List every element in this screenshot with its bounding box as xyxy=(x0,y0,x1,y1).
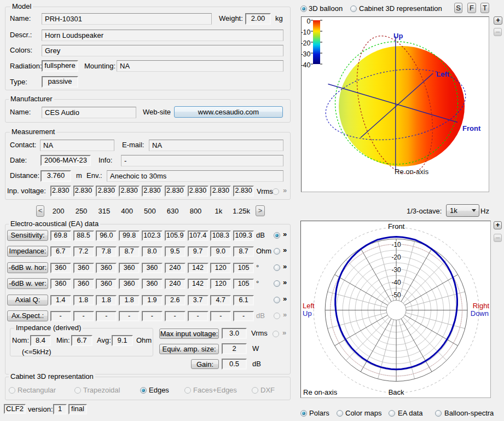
svg-text:Front: Front xyxy=(388,222,405,230)
svg-text:Down: Down xyxy=(471,309,489,318)
svg-text:-20: -20 xyxy=(302,39,311,47)
svg-text:Right: Right xyxy=(473,302,490,310)
svg-text:Re on-axis: Re on-axis xyxy=(303,388,338,396)
svg-text:Front: Front xyxy=(462,124,481,132)
svg-text:Up: Up xyxy=(393,32,403,40)
svg-text:-10: -10 xyxy=(302,28,311,36)
svg-text:-30: -30 xyxy=(302,50,311,58)
svg-text:-30: -30 xyxy=(391,266,401,274)
svg-text:0: 0 xyxy=(307,18,311,25)
svg-text:-20: -20 xyxy=(391,253,401,261)
svg-text:Left: Left xyxy=(303,302,315,310)
svg-text:-50: -50 xyxy=(391,291,401,299)
svg-text:Re on-axis: Re on-axis xyxy=(395,168,429,176)
svg-text:Back: Back xyxy=(389,388,404,396)
svg-text:-40: -40 xyxy=(302,61,311,69)
svg-text:-10: -10 xyxy=(391,241,401,249)
svg-text:Left: Left xyxy=(436,70,450,78)
svg-text:Up: Up xyxy=(303,309,312,318)
svg-text:-40: -40 xyxy=(391,279,401,286)
